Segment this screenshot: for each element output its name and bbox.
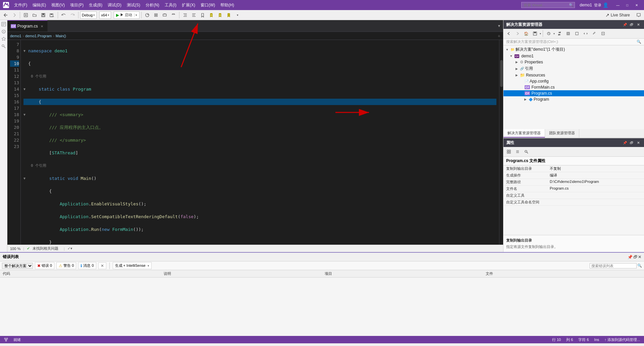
menu-file[interactable]: 文件(F) — [11, 2, 30, 9]
se-minus-button[interactable] — [599, 30, 607, 38]
close-button[interactable]: ✕ — [632, 2, 641, 8]
col-code-header[interactable]: 代码 — [0, 270, 161, 278]
indent-button[interactable] — [181, 11, 189, 19]
tree-resources[interactable]: ▶ 📁 Resources — [503, 72, 644, 78]
status-ready[interactable]: 就绪 — [12, 337, 22, 342]
clear-bookmark-button[interactable] — [225, 11, 233, 19]
tree-references[interactable]: ▶ 🔗 引用 — [503, 65, 644, 72]
build-filter-dropdown[interactable]: 生成 + IntelliSense ▾ — [113, 262, 152, 269]
save-all-button[interactable] — [48, 11, 56, 19]
se-history-dropdown[interactable]: ▾ — [553, 32, 555, 35]
status-line[interactable]: 行 10 — [551, 337, 562, 342]
se-save-dropdown[interactable]: ▾ — [540, 32, 541, 35]
menu-tools[interactable]: 工具(I) — [162, 2, 179, 9]
tree-project[interactable]: ▼ C# demo1 — [503, 53, 644, 59]
live-share-button[interactable]: ↗ Live Share — [605, 12, 633, 18]
start-dropdown-arrow[interactable]: ▾ — [134, 13, 137, 17]
prop-undock-button[interactable]: 🗗 — [629, 140, 635, 146]
se-search-icon[interactable]: 🔍 — [637, 40, 641, 44]
editor-scrollbar[interactable] — [499, 40, 503, 245]
more-bookmark-button[interactable]: ▾ — [233, 11, 241, 19]
prop-close-button[interactable]: ✕ — [635, 140, 641, 146]
menu-view[interactable]: 视图(V) — [49, 2, 67, 9]
minimize-button[interactable]: — — [613, 2, 623, 8]
code-editor[interactable]: ▼namespace demo1 { 0 个引用 ▼ static class … — [21, 40, 499, 245]
open-button[interactable] — [31, 11, 39, 19]
col-file-header[interactable]: 文件 — [483, 270, 644, 278]
bc-expand-button[interactable]: + — [498, 33, 500, 39]
se-history-button[interactable] — [545, 30, 553, 38]
prop-search-button[interactable] — [522, 148, 530, 156]
prev-bookmark-button[interactable] — [207, 11, 215, 19]
menu-debug[interactable]: 调试(D) — [105, 2, 124, 9]
status-add-source[interactable]: ↑ 添加到源代码管理... — [603, 337, 641, 342]
se-code-button[interactable] — [582, 30, 590, 38]
message-filter-button[interactable]: ℹ 消息 0 — [78, 262, 96, 269]
tree-programcs[interactable]: C# Program.cs — [503, 90, 644, 96]
se-undock-button[interactable]: 🗗 — [629, 21, 635, 28]
prop-list-button[interactable] — [514, 148, 522, 156]
toolbar-btn1[interactable] — [161, 11, 169, 19]
se-tab-solution[interactable]: 解决方案资源管理器 — [503, 129, 545, 138]
prop-pin-button[interactable]: 📌 — [622, 140, 628, 146]
menu-extend[interactable]: 扩展(X) — [179, 2, 198, 9]
se-refresh-button[interactable] — [555, 30, 564, 38]
se-back-button[interactable] — [505, 30, 513, 38]
warning-filter-button[interactable]: ⚠ 警告 0 — [56, 262, 76, 269]
menu-test[interactable]: 测试(S) — [124, 2, 143, 9]
se-settings-button[interactable] — [564, 30, 572, 38]
se-save-button[interactable] — [531, 30, 539, 38]
col-desc-header[interactable]: 说明 — [161, 270, 322, 278]
status-char[interactable]: 字符 6 — [577, 337, 590, 342]
menu-project[interactable]: 项目(P) — [67, 2, 86, 9]
menu-help[interactable]: 帮助(H) — [218, 2, 237, 9]
se-pin-button[interactable]: 📌 — [622, 21, 628, 28]
se-wrench-button[interactable] — [590, 30, 598, 38]
tree-solution[interactable]: ▼ 📁 解决方案"demo1"(1 个项目) — [503, 46, 644, 53]
scrollbar-thumb[interactable] — [500, 60, 503, 87]
error-search-input[interactable] — [590, 263, 637, 268]
start-button[interactable]: ▶ ▶ 启动 ▾ — [114, 11, 140, 19]
tree-program-class[interactable]: ▶ 🔷 Program — [503, 96, 644, 102]
error-close-button[interactable]: ✕ — [638, 255, 641, 259]
bc-class[interactable]: demo1.Program — [25, 34, 52, 38]
login-area[interactable]: 登录 👤 — [594, 2, 608, 8]
tree-appconfig[interactable]: 📄 App.config — [503, 78, 644, 84]
redo-button[interactable] — [68, 11, 76, 19]
exception-button[interactable] — [152, 11, 160, 19]
outdent-button[interactable] — [190, 11, 198, 19]
status-source-control[interactable] — [3, 338, 9, 342]
tree-formmain[interactable]: C# FormMain.cs — [503, 84, 644, 90]
menu-window[interactable]: 窗口(W) — [198, 2, 218, 9]
error-undock-button[interactable]: 🗗 — [633, 255, 637, 259]
error-scope-select[interactable]: 整个解决方案 — [2, 263, 33, 269]
activity-item-1[interactable] — [1, 21, 6, 27]
save-button[interactable] — [39, 11, 47, 19]
next-bookmark-button[interactable] — [216, 11, 224, 19]
menu-edit[interactable]: 编辑(E) — [30, 2, 49, 9]
se-filter-button[interactable] — [573, 30, 581, 38]
status-col[interactable]: 列 6 — [565, 337, 574, 342]
feedback-button[interactable] — [635, 11, 643, 19]
error-search-icon[interactable]: 🔍 — [637, 263, 642, 268]
tab-scroll-button[interactable]: ▾ — [495, 20, 503, 32]
bookmark-button[interactable] — [199, 11, 207, 19]
activity-item-3[interactable] — [1, 36, 6, 42]
new-project-button[interactable] — [22, 11, 30, 19]
error-filter-button[interactable]: ✖ 错误 0 — [35, 262, 54, 269]
tree-properties[interactable]: ▶ ⚙ Properties — [503, 59, 644, 65]
breakpoint-button[interactable] — [143, 11, 151, 19]
nav-forward-button[interactable] — [10, 11, 18, 19]
git-check-icon[interactable]: ✓▾ — [67, 246, 72, 251]
activity-item-2[interactable] — [1, 29, 6, 34]
nav-back-button[interactable] — [1, 11, 9, 19]
menu-analyze[interactable]: 分析(N) — [143, 2, 162, 9]
debug-config-dropdown[interactable]: Debug ▾ — [80, 11, 97, 19]
editor-tab-programcs[interactable]: C# Program.cs ✕ — [7, 20, 48, 32]
se-home-button[interactable]: 🏠 — [522, 30, 530, 38]
bc-project[interactable]: demo1 — [10, 34, 21, 38]
activity-item-4[interactable] — [1, 44, 6, 49]
tab-close-button[interactable]: ✕ — [41, 24, 43, 28]
se-tab-team[interactable]: 团队资源管理器 — [545, 129, 579, 138]
menu-build[interactable]: 生成(B) — [86, 2, 105, 9]
